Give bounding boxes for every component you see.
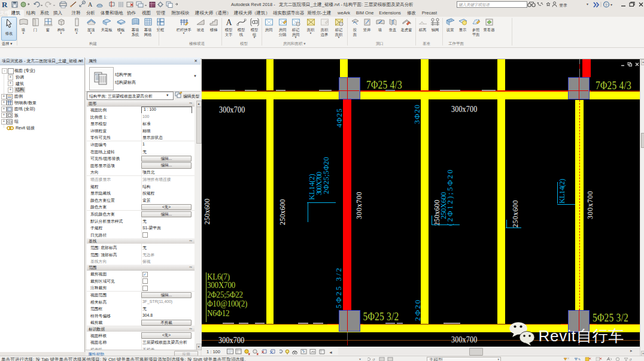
svg-text:登录: 登录 <box>559 3 567 8</box>
svg-text:✎: ✎ <box>578 357 581 361</box>
svg-text:A: A <box>226 18 232 27</box>
svg-text:↺: ↺ <box>629 357 632 361</box>
svg-text:◄: ◄ <box>329 350 333 354</box>
svg-text:R: R <box>2 0 8 9</box>
svg-text:↺: ↺ <box>372 357 375 361</box>
svg-text:▾: ▾ <box>610 3 612 7</box>
svg-text:?: ? <box>605 2 607 8</box>
svg-text:A: A <box>88 1 93 8</box>
svg-text:▾: ▾ <box>587 2 588 6</box>
